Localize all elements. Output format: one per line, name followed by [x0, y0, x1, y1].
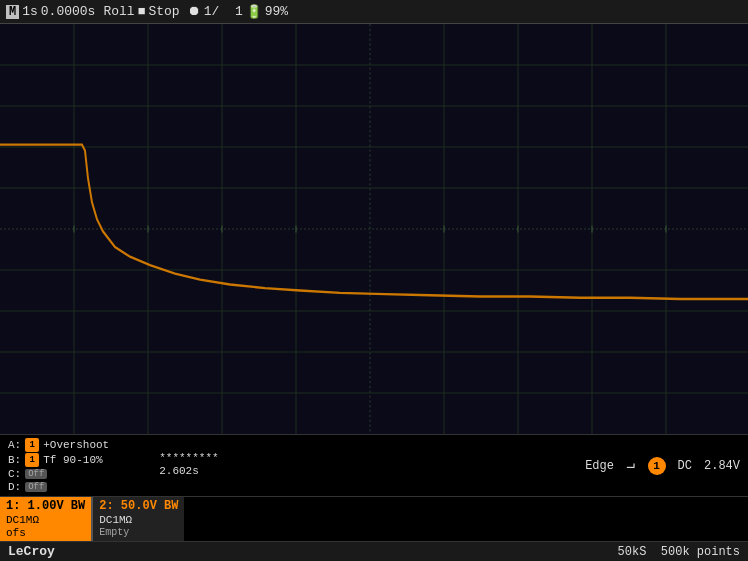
ch1-coupling: DC1MΩ	[6, 514, 85, 526]
bottom-section: A: 1 +Overshoot B: 1 Tf 90-10% C: Off D:…	[0, 434, 748, 561]
waveform-svg	[0, 24, 748, 434]
battery-icon: 🔋	[246, 4, 262, 20]
meas-a-value: *********	[159, 452, 218, 464]
time-value-display: 0.0000s	[41, 4, 96, 19]
top-bar: M 1s 0.0000s Roll ■ Stop ⏺ 1/ 1 🔋 99%	[0, 0, 748, 24]
oscilloscope: M 1s 0.0000s Roll ■ Stop ⏺ 1/ 1 🔋 99% ▼ …	[0, 0, 748, 561]
edge-label: Edge	[585, 459, 614, 473]
frame-display: ⏺ 1/ 1 🔋 99%	[188, 4, 288, 20]
trigger-channel: 1	[648, 457, 666, 475]
sample-info: 50kS 500k points	[618, 545, 740, 559]
meas-d-status: Off	[25, 482, 47, 492]
m-icon-container: M 1s 0.0000s	[6, 4, 95, 19]
ch2-settings: 2: 50.0V BW DC1MΩ Empty	[91, 497, 184, 541]
ch1-settings: 1: 1.00V BW DC1MΩ ofs	[0, 497, 91, 541]
meas-a: A: 1 +Overshoot	[8, 438, 109, 452]
brand-label: LeCroy	[8, 544, 55, 559]
meas-b-value: 2.602s	[159, 465, 218, 477]
meas-b: B: 1 Tf 90-10%	[8, 453, 109, 467]
ch1-header: 1: 1.00V BW	[6, 499, 85, 513]
mode-display: Roll ■ Stop	[103, 4, 179, 19]
meas-d-label: D:	[8, 481, 21, 493]
meas-c-status: Off	[25, 469, 47, 479]
frame-icon: ⏺	[188, 4, 201, 19]
battery-pct: 99%	[265, 4, 288, 19]
main-display: ▼ T 1	[0, 24, 748, 434]
meas-b-channel: 1	[25, 453, 39, 467]
meas-d: D: Off	[8, 481, 109, 493]
timebase-display: 1s	[22, 4, 38, 19]
meas-a-type: +Overshoot	[43, 439, 109, 451]
ch2-header: 2: 50.0V BW	[99, 499, 178, 513]
meas-b-type: Tf 90-10%	[43, 454, 102, 466]
edge-symbol-icon: ⌐	[626, 457, 636, 475]
trigger-settings: Edge ⌐ 1 DC 2.84V	[585, 457, 740, 475]
frame-info: 1/ 1	[204, 4, 243, 19]
ch2-sub: Empty	[99, 527, 178, 538]
channel-settings-row: 1: 1.00V BW DC1MΩ ofs 2: 50.0V BW DC1MΩ …	[0, 496, 748, 541]
meas-a-channel: 1	[25, 438, 39, 452]
stop-icon: ■	[138, 4, 146, 19]
ch1-offset: ofs	[6, 527, 85, 539]
meas-a-label: A:	[8, 439, 21, 451]
trigger-voltage: 2.84V	[704, 459, 740, 473]
measurements-col: A: 1 +Overshoot B: 1 Tf 90-10% C: Off D:…	[8, 438, 109, 493]
trigger-coupling: DC	[678, 459, 692, 473]
footer-row: LeCroy 50kS 500k points	[0, 541, 748, 561]
meas-c: C: Off	[8, 468, 109, 480]
ch2-coupling: DC1MΩ	[99, 514, 178, 526]
m-icon: M	[6, 5, 19, 19]
meas-c-label: C:	[8, 468, 21, 480]
measurement-values: ********* 2.602s	[159, 452, 218, 479]
measurements-row: A: 1 +Overshoot B: 1 Tf 90-10% C: Off D:…	[0, 435, 748, 496]
roll-label: Roll	[103, 4, 134, 19]
waveform-area: ▼ T 1	[0, 24, 748, 434]
stop-label[interactable]: Stop	[148, 4, 179, 19]
meas-b-label: B:	[8, 454, 21, 466]
